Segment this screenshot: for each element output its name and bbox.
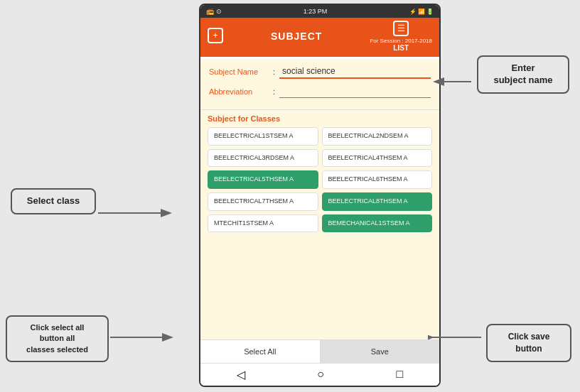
select-all-button[interactable]: Select All [200, 340, 321, 363]
header-add-section[interactable]: + [208, 28, 223, 45]
app-header: + SUBJECT ☰ For Session : 2017-2018 LIST [200, 18, 439, 55]
save-arrow [428, 327, 485, 348]
home-button[interactable]: ○ [317, 368, 324, 381]
list-label: LIST [393, 44, 409, 52]
class-item[interactable]: BEELECTRICAL1STSEM A [208, 127, 318, 146]
class-item[interactable]: BEELECTRICAL4THSEM A [322, 149, 433, 168]
select-class-callout: Select class [11, 188, 96, 214]
enter-subject-arrow [432, 71, 475, 92]
select-class-arrow [98, 202, 176, 224]
select-all-callout: Click select allbutton allclasses select… [6, 315, 109, 362]
recents-button[interactable]: □ [397, 368, 404, 381]
subject-name-row: Subject Name : [209, 65, 431, 79]
class-item[interactable]: BEELECTRICAL8THSEM A [322, 192, 433, 211]
enter-subject-callout: Entersubject name [477, 55, 569, 94]
subject-name-input[interactable] [279, 65, 431, 79]
list-icon[interactable]: ☰ [393, 21, 409, 36]
class-item[interactable]: BEMECHANICAL1STSEM A [322, 214, 433, 233]
class-item[interactable]: BEELECTRICAL6THSEM A [322, 170, 433, 189]
subject-name-label: Subject Name [209, 67, 273, 76]
classes-grid: BEELECTRICAL1STSEM ABEELECTRICAL2NDSEM A… [208, 127, 432, 232]
header-session[interactable]: ☰ For Session : 2017-2018 LIST [370, 21, 432, 52]
nav-bar: ◁ ○ □ [200, 363, 439, 386]
class-item[interactable]: BEELECTRICAL2NDSEM A [322, 127, 433, 146]
abbreviation-label: Abbreviation [209, 87, 273, 96]
abbreviation-input[interactable] [279, 85, 431, 98]
save-callout: Click savebutton [486, 324, 571, 362]
classes-title: Subject for Classes [208, 114, 432, 123]
form-section: Subject Name : Abbreviation : [200, 59, 439, 110]
session-label: For Session : 2017-2018 [370, 38, 432, 44]
add-icon[interactable]: + [208, 28, 223, 43]
status-icons-right: ⚡ 📶 🔋 [409, 9, 434, 15]
save-button[interactable]: Save [321, 340, 440, 363]
header-title: SUBJECT [271, 31, 322, 42]
classes-section: Subject for Classes BEELECTRICAL1STSEM A… [200, 110, 439, 339]
bottom-buttons: Select All Save [200, 339, 439, 363]
status-icons-left: 📻 ⊙ [206, 8, 222, 15]
status-time: 1:23 PM [304, 8, 328, 15]
class-item[interactable]: BEELECTRICAL5THSEM A [208, 170, 318, 189]
abbreviation-row: Abbreviation : [209, 85, 431, 98]
select-all-arrow [110, 327, 178, 348]
class-item[interactable]: BEELECTRICAL7THSEM A [208, 192, 318, 211]
class-item[interactable]: MTECHIT1STSEM A [208, 214, 318, 233]
class-item[interactable]: BEELECTRICAL3RDSEM A [208, 149, 318, 168]
status-bar: 📻 ⊙ 1:23 PM ⚡ 📶 🔋 [200, 5, 439, 18]
back-button[interactable]: ◁ [237, 368, 245, 381]
